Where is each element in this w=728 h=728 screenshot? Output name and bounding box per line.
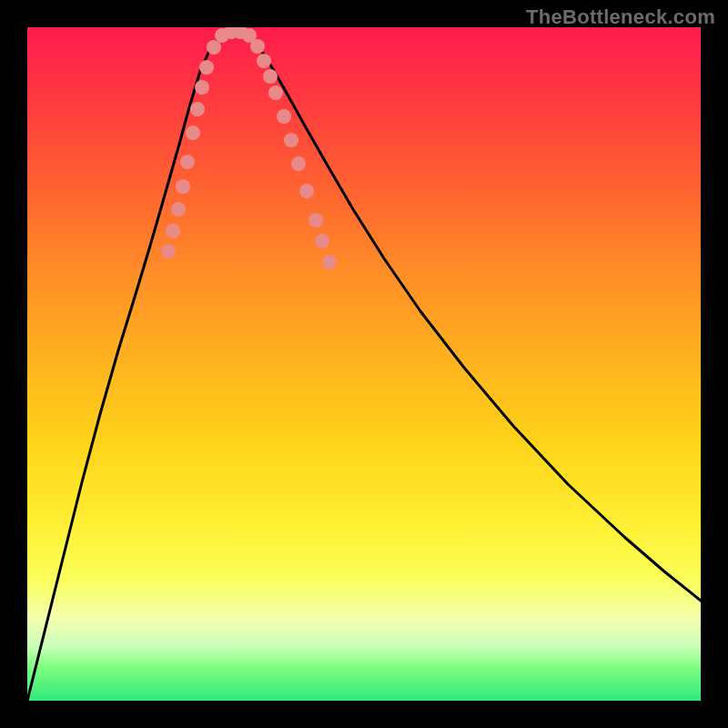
bead-marker (250, 39, 265, 54)
bead-marker (263, 69, 278, 84)
bead-marker (190, 102, 205, 116)
bead-marker (322, 255, 337, 269)
chart-plot-area (27, 27, 701, 701)
chart-svg (27, 27, 701, 701)
bead-marker (161, 244, 176, 258)
bead-marker (268, 86, 283, 100)
bead-marker (166, 224, 180, 238)
bead-marker (186, 126, 200, 140)
bead-marker (308, 213, 323, 228)
bead-marker (176, 179, 190, 194)
bead-marker (315, 234, 329, 248)
bead-marker (299, 184, 314, 198)
bead-marker (207, 40, 221, 55)
bead-marker (180, 155, 195, 169)
bead-marker (171, 202, 186, 217)
bead-marker (195, 80, 209, 95)
bead-marker (284, 133, 298, 147)
curve-path (27, 31, 701, 701)
bead-marker-group (161, 27, 337, 269)
watermark-text: TheBottleneck.com (526, 5, 715, 29)
bead-marker (277, 109, 291, 124)
bead-marker (257, 54, 271, 68)
bead-marker (199, 60, 214, 75)
bead-marker (291, 157, 306, 171)
